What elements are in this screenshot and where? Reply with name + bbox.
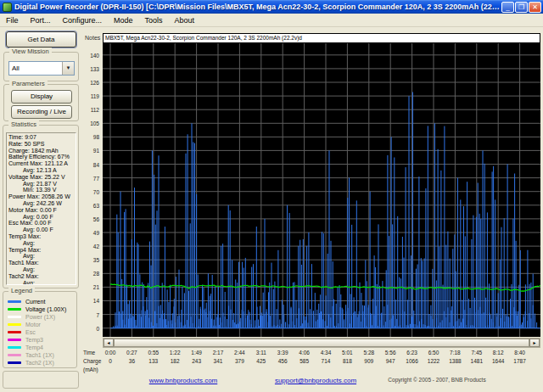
time-tick-label: 3:39 [277,350,288,356]
website-link[interactable]: www.bnbproducts.com [149,377,217,384]
stat-line: Rate: 50 SPS [8,141,76,148]
charge-tick-label: 585 [299,358,309,364]
charge-tick-label: 0 [109,358,112,364]
charge-tick-label: 133 [148,358,158,364]
legend-item-tach1[interactable]: Tach1 (1X) [8,351,75,359]
legend-swatch-icon [8,323,21,326]
legend-swatch-icon [8,331,21,333]
stat-line: Time: 9:07 [8,134,76,141]
legend-swatch-icon [8,308,21,311]
statistics-panel: Time: 9:07Rate: 50 SPSCharge: 1842 mAhBa… [6,132,76,285]
chevron-down-icon[interactable]: ▼ [62,62,74,75]
stat-line: Voltage Max: 25.22 V [8,174,76,181]
y-tick-label: 56 [93,216,99,221]
legend-item-motor[interactable]: Motor [8,321,75,328]
y-tick-label: 126 [90,79,99,85]
stat-line: Avg: 242.26 W [8,200,76,207]
charge-tick-label: 36 [129,358,135,364]
menu-about[interactable]: About [169,15,201,25]
menu-port[interactable]: Port... [25,15,57,25]
mission-select-value: All [9,64,62,72]
legend-item-label: Temp4 [25,344,43,350]
minimize-button[interactable]: _ [501,2,514,13]
mission-select[interactable]: All ▼ [8,61,75,76]
legend-item-label: Current [25,299,45,305]
view-mission-group: View Mission All ▼ [3,52,79,81]
sidebar: Get Data View Mission All ▼ Parameters D… [0,27,81,392]
support-email-link[interactable]: support@bnbproducts.com [275,377,356,384]
parameters-label: Parameters [9,80,48,87]
legend-item-esc[interactable]: Esc [8,328,75,336]
restore-button[interactable]: ❐ [515,2,528,13]
stat-line: Battery Efficiency: 67% [8,154,76,160]
y-tick-label: 0 [96,325,99,331]
recording-live-button[interactable]: Recording / Live [11,105,72,119]
y-tick-label: 119 [91,93,99,99]
legend-item-tach2[interactable]: Tach2 (1X) [8,359,75,367]
horizontal-scrollbar[interactable]: ◄ ► [103,338,540,348]
stat-line: Current Max: 121.12 A [8,160,76,167]
charge-tick-label: 1481 [471,358,483,364]
charge-tick-label: 425 [256,358,266,364]
y-tick-label: 133 [90,65,99,71]
charge-tick-label: 379 [235,358,244,364]
legend-item-temp3[interactable]: Temp3 [8,336,75,344]
time-tick-label: 0:55 [148,350,159,356]
scroll-right-icon[interactable]: ► [529,339,540,347]
stat-line: Avg: 12.13 A [8,167,76,174]
legend-item-label: Motor [25,322,41,328]
y-tick-label: 84 [93,161,99,167]
chart-plot[interactable] [103,43,540,337]
close-button[interactable]: ✕ [529,2,541,13]
stat-line: Avg: [8,266,76,273]
charge-unit-label: (mAh) [83,367,98,372]
y-tick-label: 105 [90,120,99,126]
y-tick-label: 98 [93,134,99,140]
legend-item-voltage[interactable]: Voltage (1.00X) [8,305,75,313]
copyright-text: Copyright © 2005 - 2007, BNB Products [388,377,485,383]
charge-tick-label: 1388 [449,358,461,364]
time-tick-label: 6:50 [428,350,439,356]
y-tick-label: 112 [91,107,99,113]
time-tick-label: 1:49 [191,350,202,356]
window-title: Digital Power Recorder (DPR-II-150) [C:\… [14,3,500,11]
charge-tick-label: 1787 [513,358,525,364]
time-tick-label: 4:34 [321,350,332,356]
scrollbar-thumb[interactable] [114,339,529,347]
y-tick-label: 140 [90,52,99,58]
stat-line: Tach1 Max: [8,260,76,266]
scroll-left-icon[interactable]: ◄ [104,339,114,347]
charge-tick-label: 1644 [492,358,504,364]
legend-item-label: Tach1 (1X) [25,352,54,358]
menu-mode[interactable]: Mode [108,15,139,25]
legend-item-label: Temp3 [25,337,43,343]
y-tick-label: 77 [93,175,99,181]
charge-tick-label: 456 [278,358,288,364]
time-tick-label: 3:11 [256,350,266,356]
charge-tick-label: 182 [171,358,180,364]
menu-tools[interactable]: Tools [139,15,169,25]
stat-line: Temp3 Max: [8,233,76,240]
stat-line: Avg: 0.00 F [8,227,76,233]
charge-tick-label: 818 [343,358,352,364]
get-data-button[interactable]: Get Data [6,31,76,48]
charge-tick-label: 909 [364,358,373,364]
stat-line: Avg: [8,240,76,247]
display-button[interactable]: Display [11,90,72,104]
legend-item-power[interactable]: Power (1X) [8,313,75,321]
stat-line: Motor Max: 0.00 F [8,207,76,214]
charge-tick-label: 1066 [406,358,417,364]
legend-group: Legend CurrentVoltage (1.00X)Power (1X)M… [3,291,77,368]
charge-axis-row: Charge 036133182243341379425456585714818… [81,358,543,367]
stat-line: Power Max: 2058.26 W [8,193,76,200]
title-bar[interactable]: Digital Power Recorder (DPR-II-150) [C:\… [0,0,543,14]
legend-swatch-icon [8,361,21,364]
app-window: Digital Power Recorder (DPR-II-150) [C:\… [0,0,543,392]
y-tick-label: 7 [96,311,99,317]
view-mission-label: View Mission [9,48,52,55]
legend-item-temp4[interactable]: Temp4 [8,344,75,351]
legend-item-current[interactable]: Current [8,298,75,305]
menu-configure[interactable]: Configure... [57,15,109,25]
charge-unit-row: (mAh) [81,367,543,375]
menu-file[interactable]: File [0,15,25,25]
